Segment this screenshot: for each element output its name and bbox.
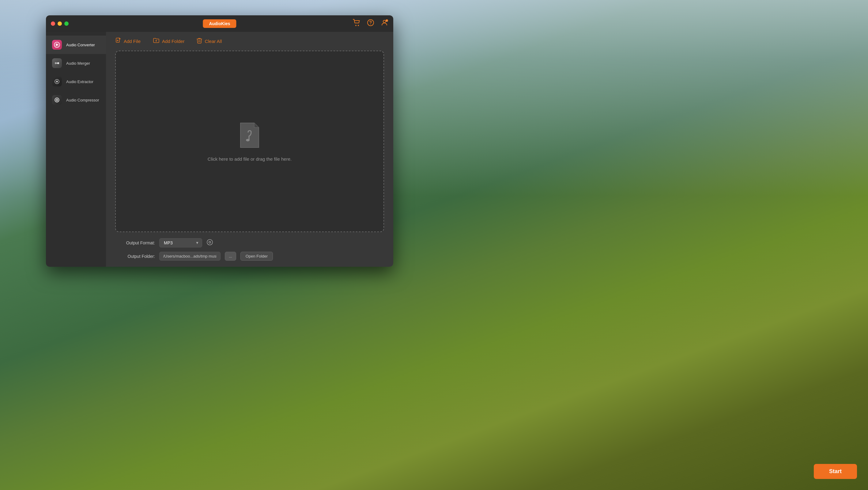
add-file-button[interactable]: Add File bbox=[115, 37, 141, 45]
svg-text:+: + bbox=[386, 20, 388, 22]
audio-merger-icon bbox=[52, 58, 62, 68]
dropzone-icon bbox=[237, 121, 262, 150]
svg-rect-9 bbox=[55, 62, 57, 64]
maximize-button[interactable] bbox=[64, 22, 69, 26]
svg-point-0 bbox=[355, 25, 356, 26]
add-folder-icon bbox=[153, 38, 160, 45]
titlebar-icons: + bbox=[353, 19, 389, 28]
profile-icon[interactable]: + bbox=[380, 19, 389, 28]
format-label: Output Format: bbox=[115, 240, 155, 245]
browse-button[interactable]: ... bbox=[225, 252, 236, 261]
traffic-lights bbox=[51, 22, 69, 26]
svg-point-4 bbox=[383, 20, 385, 23]
format-row: Output Format: MP3 AAC FLAC WAV OGG M4A … bbox=[115, 238, 384, 248]
brand-button[interactable]: AudioKies bbox=[203, 19, 236, 28]
add-folder-label: Add Folder bbox=[162, 39, 184, 44]
svg-point-15 bbox=[246, 139, 250, 141]
svg-point-3 bbox=[370, 24, 371, 25]
sidebar-label-audio-merger: Audio Merger bbox=[66, 61, 90, 66]
sidebar-label-audio-converter: Audio Converter bbox=[66, 42, 95, 47]
add-file-icon bbox=[115, 37, 121, 45]
clear-all-label: Clear All bbox=[205, 39, 222, 44]
folder-label: Output Folder: bbox=[115, 254, 155, 259]
format-select-wrapper: MP3 AAC FLAC WAV OGG M4A WMA ▼ bbox=[159, 238, 202, 248]
folder-input[interactable] bbox=[159, 252, 220, 261]
help-icon[interactable] bbox=[367, 19, 374, 28]
sidebar-label-audio-compressor: Audio Compressor bbox=[66, 98, 99, 103]
bottom-controls: Output Format: MP3 AAC FLAC WAV OGG M4A … bbox=[106, 232, 393, 267]
dropzone-prompt: Click here to add file or drag the file … bbox=[208, 156, 291, 162]
close-button[interactable] bbox=[51, 22, 55, 26]
audio-converter-icon bbox=[52, 40, 62, 50]
app-window: AudioKies bbox=[46, 15, 393, 267]
audio-extractor-icon bbox=[52, 77, 62, 86]
svg-point-17 bbox=[209, 241, 211, 243]
titlebar: AudioKies bbox=[46, 15, 393, 32]
add-file-label: Add File bbox=[124, 39, 141, 44]
cart-icon[interactable] bbox=[353, 19, 361, 28]
start-button[interactable]: Start bbox=[814, 464, 857, 479]
svg-rect-10 bbox=[57, 62, 59, 64]
clear-all-icon bbox=[197, 37, 202, 45]
clear-all-button[interactable]: Clear All bbox=[197, 37, 222, 45]
svg-point-12 bbox=[56, 81, 58, 83]
toolbar: Add File Add Folder bbox=[106, 32, 393, 51]
format-select[interactable]: MP3 AAC FLAC WAV OGG M4A WMA bbox=[159, 238, 202, 248]
minimize-button[interactable] bbox=[58, 22, 62, 26]
sidebar-item-audio-converter[interactable]: Audio Converter bbox=[46, 35, 106, 54]
add-folder-button[interactable]: Add Folder bbox=[153, 38, 184, 45]
dropzone-wrapper: Click here to add file or drag the file … bbox=[106, 51, 393, 232]
settings-icon-button[interactable] bbox=[207, 239, 213, 247]
sidebar: Audio Converter Audio Merger bbox=[46, 32, 106, 267]
dropzone[interactable]: Click here to add file or drag the file … bbox=[115, 51, 384, 232]
sidebar-item-audio-extractor[interactable]: Audio Extractor bbox=[46, 73, 106, 91]
open-folder-button[interactable]: Open Folder bbox=[241, 252, 273, 261]
content-area: Add File Add Folder bbox=[106, 32, 393, 267]
svg-point-16 bbox=[207, 239, 213, 245]
main-area: Audio Converter Audio Merger bbox=[46, 32, 393, 267]
sidebar-label-audio-extractor: Audio Extractor bbox=[66, 79, 93, 84]
svg-point-1 bbox=[358, 25, 359, 26]
sidebar-item-audio-merger[interactable]: Audio Merger bbox=[46, 54, 106, 73]
audio-compressor-icon bbox=[52, 95, 62, 105]
sidebar-item-audio-compressor[interactable]: Audio Compressor bbox=[46, 91, 106, 109]
folder-row: Output Folder: ... Open Folder bbox=[115, 252, 384, 261]
